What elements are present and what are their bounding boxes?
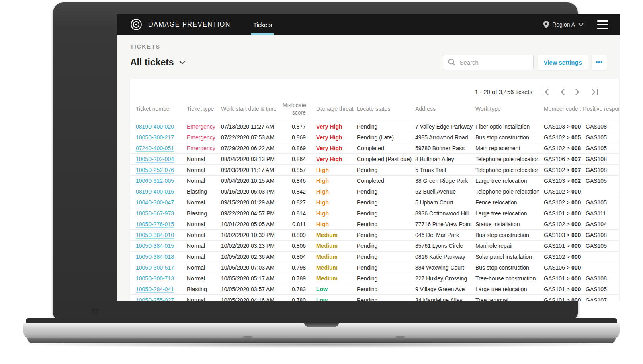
cell-address: 59780 Bonner Pass <box>415 143 475 154</box>
ticket-link[interactable]: 10050-300-217 <box>136 134 174 141</box>
cell-member-code-2: GAS108 <box>586 273 619 284</box>
target-logo-icon <box>130 18 142 31</box>
table-row: 10050-284-041 Blasting 10/05/2020 03:57 … <box>130 284 619 295</box>
table-row: 10050-667-973 Blasting 09/22/2020 04:57 … <box>130 208 619 219</box>
ticket-link[interactable]: 10060-312-005 <box>136 178 174 184</box>
cell-member-code-2: GAS105 <box>586 132 619 143</box>
ticket-link[interactable]: 07240-400-051 <box>136 145 174 151</box>
ticket-link[interactable]: 10050-300-517 <box>136 264 174 271</box>
cell-ticket-number: 10050-384-018 <box>130 252 187 262</box>
cell-mislocate-score: 0.806 <box>283 241 308 252</box>
table-row: 10050-384-018 Normal 10/05/2020 02:36 AM… <box>130 252 619 262</box>
cell-damage-threat: Low <box>308 284 357 295</box>
search-input[interactable] <box>459 59 524 66</box>
cell-member-code-2: GAS105 <box>586 241 619 252</box>
cell-ticket-number: 10050-255-027 <box>130 295 187 301</box>
cell-member-code-2: GAS105 <box>586 197 619 208</box>
cell-damage-threat: Very High <box>308 154 357 165</box>
ticket-link[interactable]: 10050-284-041 <box>136 286 174 292</box>
tickets-table: Ticket number Ticket type Work start dat… <box>130 98 619 301</box>
cell-ticket-number: 10050-202-004 <box>130 154 187 165</box>
cell-mislocate-score: 0.783 <box>283 284 308 295</box>
cell-work-start: 10/05/2020 02:36 AM <box>221 252 283 262</box>
ticket-link[interactable]: 10050-300-713 <box>136 275 174 282</box>
page-content: TICKETS All tickets <box>117 43 620 70</box>
cell-work-type: Tree removal <box>475 295 544 301</box>
cell-address: 85761 Lyons Circle <box>415 241 475 252</box>
cell-member-code-2: GAS107 <box>586 295 619 301</box>
cell-locate-status: Pending <box>357 165 415 176</box>
cell-locate-status: Pending <box>357 252 415 262</box>
cell-member-code-2: GAS105 <box>586 143 619 154</box>
cell-address: 77716 Pine View Point <box>415 219 475 230</box>
cell-work-start: 09/04/2020 10:15 AM <box>221 176 283 186</box>
ticket-link[interactable]: 10050-384-010 <box>136 232 174 238</box>
ticket-link[interactable]: 10050-384-015 <box>136 243 174 249</box>
table-header-row: Ticket number Ticket type Work start dat… <box>130 98 619 121</box>
cell-ticket-type: Normal <box>187 230 221 241</box>
cell-ticket-type: Blasting <box>187 186 221 197</box>
cell-member-code-2: GAS105 <box>586 284 619 295</box>
cell-address: 0816 Katie Parkway <box>415 252 475 262</box>
hamburger-menu-icon[interactable] <box>597 20 608 29</box>
cell-locate-status: Pending <box>357 208 415 219</box>
ticket-link[interactable]: 10050-202-004 <box>136 156 174 162</box>
region-selector[interactable]: Region A <box>543 21 584 28</box>
ticket-view-selector[interactable]: All tickets <box>130 57 186 68</box>
cell-ticket-number: 10050-252-076 <box>130 165 187 176</box>
tab-tickets[interactable]: Tickets <box>253 14 272 35</box>
more-options-button[interactable]: ••• <box>592 55 607 70</box>
cell-mislocate-score: 0.789 <box>283 273 308 284</box>
search-box[interactable] <box>443 55 534 70</box>
cell-work-start: 10/02/2020 03:23 PM <box>221 241 283 252</box>
laptop-mockup: DAMAGE PREVENTION Tickets Region A <box>0 0 643 364</box>
first-page-icon[interactable] <box>542 89 549 95</box>
cell-mislocate-score: 0.811 <box>283 219 308 230</box>
cell-member-code-2: GAS108 <box>586 230 619 241</box>
cell-damage-threat: Medium <box>308 230 357 241</box>
cell-member-code-2: GAS105 <box>586 176 619 186</box>
cell-ticket-number: 10050-276-015 <box>130 219 187 230</box>
cell-address: 5 Upham Court <box>415 197 475 208</box>
cell-address: 38 Green Ridge Park <box>415 176 475 186</box>
ticket-link[interactable]: 08190-400-020 <box>136 123 174 130</box>
cell-work-start: 10/05/2020 07:03 AM <box>221 262 283 273</box>
cell-damage-threat: Medium <box>308 252 357 262</box>
ticket-link[interactable]: 10040-300-047 <box>136 199 174 206</box>
cell-address: 9 Village Green Ave <box>415 284 475 295</box>
cell-member-code-2: GAS104 <box>586 219 619 230</box>
cell-work-type: Main replacement <box>475 143 544 154</box>
ticket-link[interactable]: 08190-400-015 <box>136 188 174 195</box>
ticket-link[interactable]: 10050-384-018 <box>136 254 174 260</box>
cell-member-code-2 <box>586 252 619 262</box>
ticket-link[interactable]: 10050-667-973 <box>136 210 174 217</box>
col-ticket-number: Ticket number <box>130 98 187 121</box>
cell-locate-status: Pending <box>357 121 415 132</box>
cell-member-code-2: GAS108 <box>586 165 619 176</box>
cell-address: 227 Huxley Crossing <box>415 273 475 284</box>
cell-member-code: GAS106 > 000 <box>544 262 586 273</box>
ticket-link[interactable]: 10050-252-076 <box>136 167 174 173</box>
ticket-link[interactable]: 10050-255-027 <box>136 297 174 301</box>
cell-ticket-type: Emergency <box>187 132 221 143</box>
cell-work-start: 10/01/2020 05:05 AM <box>221 219 283 230</box>
cell-mislocate-score: 0.814 <box>283 208 308 219</box>
cell-locate-status: Pending <box>357 230 415 241</box>
last-page-icon[interactable] <box>591 89 598 95</box>
cell-member-code: GAS103 > 000 <box>544 230 586 241</box>
next-page-icon[interactable] <box>575 89 580 95</box>
cell-address: 34 Magdeline Alley <box>415 295 475 301</box>
table-row: 08190-400-015 Blasting 09/15/2020 05:03 … <box>130 186 619 197</box>
ticket-link[interactable]: 10050-276-015 <box>136 221 174 227</box>
cell-work-start: 09/22/2020 04:57 PM <box>221 208 283 219</box>
prev-page-icon[interactable] <box>560 89 565 95</box>
view-settings-button[interactable]: View settings <box>538 55 588 70</box>
cell-address: 384 Waxwing Court <box>415 262 475 273</box>
cell-work-type: Telephone pole relocation <box>475 154 544 165</box>
cell-damage-threat: Low <box>308 295 357 301</box>
cell-ticket-number: 10050-667-973 <box>130 208 187 219</box>
cell-member-code: GAS101 > 000 <box>544 284 586 295</box>
header-actions: View settings ••• <box>443 55 607 70</box>
cell-work-type: Statue installation <box>475 219 544 230</box>
cell-work-type: Large tree relocation <box>475 208 544 219</box>
